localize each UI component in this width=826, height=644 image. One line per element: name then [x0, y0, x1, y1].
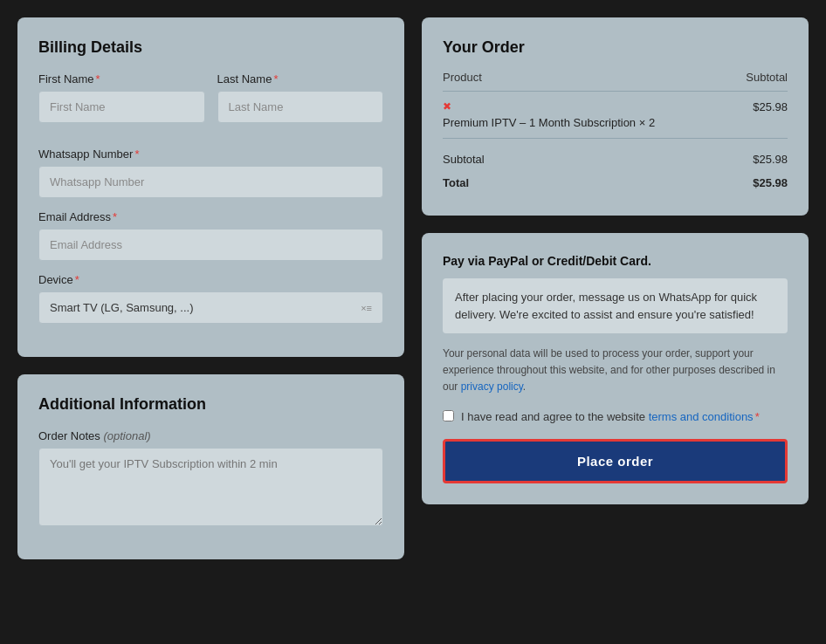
device-required: *: [75, 273, 79, 286]
order-table: Product Subtotal ✖ Premium IPTV – 1 Mont…: [443, 71, 788, 195]
email-label: Email Address*: [38, 210, 383, 223]
subtotal-value: $25.98: [753, 153, 788, 166]
order-item: ✖ Premium IPTV – 1 Month Subscription × …: [443, 100, 788, 139]
whatsapp-input[interactable]: [38, 166, 383, 198]
payment-info-box: After placing your order, message us on …: [443, 278, 788, 333]
first-name-input[interactable]: [38, 91, 205, 123]
total-label: Total: [443, 176, 469, 189]
item-name: Premium IPTV – 1 Month Subscription × 2: [443, 116, 655, 129]
right-column: Your Order Product Subtotal ✖ Premium IP…: [422, 17, 809, 559]
last-name-group: Last Name*: [217, 72, 384, 123]
last-name-label: Last Name*: [217, 72, 384, 86]
order-notes-input[interactable]: [38, 448, 383, 526]
total-value: $25.98: [753, 176, 788, 189]
device-group: Device* Smart TV (LG, Samsung, ...) ×≡: [38, 273, 383, 324]
terms-label: I have read and agree to the website ter…: [461, 408, 760, 426]
whatsapp-label: Whatsapp Number*: [38, 147, 383, 161]
subtotal-label: Subtotal: [443, 153, 485, 166]
additional-info-card: Additional Information Order Notes (opti…: [17, 374, 404, 559]
email-group: Email Address*: [38, 210, 383, 261]
terms-required-marker: *: [755, 410, 760, 423]
left-column: Billing Details First Name* Last Name*: [17, 17, 404, 559]
order-notes-label: Order Notes (optional): [38, 429, 383, 442]
your-order-card: Your Order Product Subtotal ✖ Premium IP…: [422, 17, 809, 216]
name-row: First Name* Last Name*: [38, 72, 383, 135]
billing-details-card: Billing Details First Name* Last Name*: [17, 17, 404, 357]
page-wrapper: Billing Details First Name* Last Name*: [17, 17, 809, 559]
last-name-input[interactable]: [217, 91, 384, 123]
order-item-left: ✖ Premium IPTV – 1 Month Subscription × …: [443, 100, 655, 129]
terms-row: I have read and agree to the website ter…: [443, 408, 788, 426]
product-header: Product: [443, 71, 482, 84]
last-name-required: *: [273, 72, 278, 86]
whatsapp-group: Whatsapp Number*: [38, 147, 383, 198]
order-subtotal-row: Subtotal $25.98: [443, 147, 788, 171]
additional-title: Additional Information: [38, 395, 383, 414]
order-total-row: Total $25.98: [443, 171, 788, 195]
order-notes-group: Order Notes (optional): [38, 429, 383, 526]
email-input[interactable]: [38, 229, 383, 261]
terms-link[interactable]: terms and conditions: [649, 410, 754, 423]
terms-checkbox[interactable]: [443, 410, 454, 421]
item-x-icon: ✖: [443, 100, 655, 113]
payment-title: Pay via PayPal or Credit/Debit Card.: [443, 254, 788, 268]
order-notes-optional: (optional): [103, 429, 150, 442]
device-value: Smart TV (LG, Samsung, ...): [50, 301, 193, 314]
billing-title: Billing Details: [38, 38, 383, 57]
item-price: $25.98: [753, 100, 788, 113]
email-required: *: [113, 210, 117, 223]
device-label: Device*: [38, 273, 383, 286]
privacy-text: Your personal data will be used to proce…: [443, 346, 788, 396]
place-order-button[interactable]: Place order: [443, 439, 788, 483]
your-order-title: Your Order: [443, 38, 788, 57]
order-table-header: Product Subtotal: [443, 71, 788, 92]
subtotal-header: Subtotal: [746, 71, 788, 84]
device-clear-icon[interactable]: ×≡: [361, 303, 372, 313]
first-name-group: First Name*: [38, 72, 205, 123]
payment-info-text: After placing your order, message us on …: [455, 289, 775, 323]
first-name-required: *: [96, 72, 100, 86]
privacy-policy-link[interactable]: privacy policy: [461, 380, 523, 393]
payment-card: Pay via PayPal or Credit/Debit Card. Aft…: [422, 233, 809, 504]
first-name-label: First Name*: [38, 72, 205, 86]
device-select[interactable]: Smart TV (LG, Samsung, ...) ×≡: [38, 291, 383, 324]
whatsapp-required: *: [134, 147, 139, 161]
